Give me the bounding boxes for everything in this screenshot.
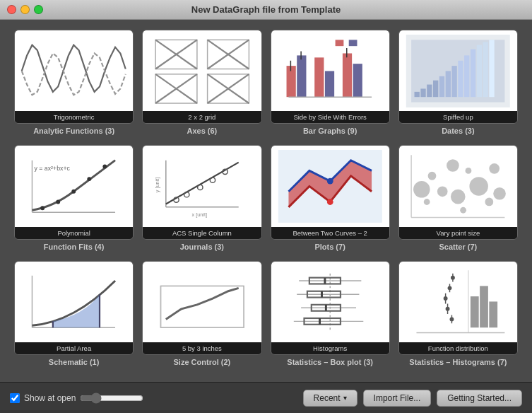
minimize-button[interactable]	[20, 5, 30, 14]
template-group-trigonometric: Trigonometric Analytic Functions (3)	[10, 30, 138, 145]
svg-point-69	[451, 190, 466, 204]
preview-acs: x [unit] y [unit]	[143, 146, 261, 226]
svg-rect-29	[415, 92, 420, 97]
template-group-area: Partial Area Schematic (1)	[10, 261, 138, 376]
preview-size	[143, 262, 261, 342]
show-at-open-area: Show at open	[10, 392, 296, 404]
svg-rect-21	[343, 53, 352, 97]
card-label-spiffed: Spiffed up	[399, 111, 517, 123]
preview-scatter	[399, 146, 517, 226]
svg-text:y = ax²+bx+c: y = ax²+bx+c	[35, 165, 71, 172]
svg-rect-30	[420, 88, 425, 97]
category-label-trigonometric: Analytic Functions (3)	[14, 124, 134, 136]
svg-rect-15	[335, 40, 343, 46]
template-card-spiffed[interactable]: Spiffed up	[398, 30, 518, 124]
card-label-scatter: Vary point size	[399, 227, 517, 239]
template-card-size[interactable]: 5 by 3 inches	[142, 261, 261, 355]
svg-rect-20	[325, 71, 334, 97]
slider[interactable]	[80, 392, 143, 404]
card-label-poly: Polynomial	[15, 227, 133, 239]
category-label-scatter: Scatter (7)	[398, 240, 518, 252]
svg-rect-117	[489, 302, 497, 328]
window-controls[interactable]	[7, 5, 43, 14]
preview-area	[15, 262, 133, 342]
template-card-area[interactable]: Partial Area	[14, 261, 134, 355]
close-button[interactable]	[7, 5, 16, 14]
category-label-2x2grid: Axes (6)	[142, 124, 261, 136]
svg-point-75	[413, 181, 430, 198]
template-card-trigonometric[interactable]: Trigonometric	[14, 30, 134, 124]
svg-rect-38	[471, 49, 475, 97]
template-group-2x2grid: 2 x 2 grid Axes (6)	[138, 30, 266, 145]
preview-funcdist	[399, 262, 517, 342]
svg-point-70	[466, 168, 472, 174]
category-label-funcdist: Statistics – Histograms (7)	[398, 355, 518, 368]
category-label-spiffed: Dates (3)	[398, 124, 518, 136]
card-label-size: 5 by 3 inches	[143, 342, 261, 354]
template-card-acs[interactable]: x [unit] y [unit] ACS Single Column	[142, 145, 261, 239]
card-label-hist: Histograms	[271, 342, 389, 354]
svg-rect-16	[349, 40, 357, 46]
template-card-hist[interactable]: Histograms	[271, 261, 390, 355]
recent-label: Recent	[314, 393, 341, 403]
category-label-bar: Bar Graphs (9)	[271, 124, 390, 136]
preview-trigonometric	[15, 30, 133, 111]
category-label-hist: Statistics – Box plot (3)	[271, 355, 390, 368]
svg-point-67	[437, 186, 448, 197]
svg-point-76	[460, 207, 466, 214]
category-label-acs: Journals (3)	[142, 240, 261, 252]
svg-point-64	[327, 178, 333, 185]
category-label-poly: Function Fits (4)	[14, 240, 134, 252]
template-group-curves: Between Two Curves – 2 Plots (7)	[266, 145, 394, 260]
svg-point-73	[447, 159, 459, 172]
svg-point-48	[88, 177, 92, 181]
template-card-bar[interactable]: Side by Side With Errors	[271, 30, 390, 124]
show-at-open-checkbox[interactable]	[10, 393, 20, 403]
template-card-scatter[interactable]: Vary point size	[398, 145, 518, 239]
svg-rect-41	[489, 40, 494, 97]
template-card-funcdist[interactable]: Function distribution	[398, 261, 518, 355]
template-grid: Trigonometric Analytic Functions (3)	[10, 30, 522, 376]
card-label-acs: ACS Single Column	[143, 227, 261, 239]
card-label-funcdist: Function distribution	[399, 342, 517, 354]
show-at-open-label[interactable]: Show at open	[24, 393, 76, 403]
svg-rect-35	[452, 66, 457, 97]
svg-point-74	[489, 163, 500, 174]
template-card-2x2grid[interactable]: 2 x 2 grid	[142, 30, 261, 124]
main-content: Trigonometric Analytic Functions (3)	[0, 20, 532, 382]
preview-poly: y = ax²+bx+c	[15, 146, 133, 226]
card-label-bar: Side by Side With Errors	[271, 111, 389, 123]
svg-rect-89	[278, 265, 382, 338]
preview-bar	[271, 30, 389, 111]
preview-2x2grid	[143, 30, 261, 111]
svg-rect-22	[353, 64, 362, 97]
preview-hist	[271, 262, 389, 342]
preview-spiffed	[399, 30, 517, 111]
card-label-trigonometric: Trigonometric	[15, 111, 133, 123]
svg-point-72	[485, 198, 494, 206]
getting-started-button[interactable]: Getting Started...	[437, 390, 522, 407]
template-group-funcdist: Function distribution Statistics – Histo…	[394, 261, 522, 376]
category-label-area: Schematic (1)	[14, 355, 134, 368]
svg-rect-40	[483, 42, 488, 97]
category-label-curves: Plots (7)	[271, 240, 390, 252]
svg-rect-37	[464, 55, 469, 97]
svg-point-45	[41, 206, 45, 210]
maximize-button[interactable]	[34, 5, 43, 14]
template-group-scatter: Vary point size Scatter (7)	[394, 145, 522, 260]
bottom-bar: Show at open Recent ▾ Import File... Get…	[0, 382, 532, 413]
template-group-poly: y = ax²+bx+c Polynomial Function Fits (4…	[10, 145, 138, 260]
svg-rect-33	[439, 76, 444, 97]
template-card-poly[interactable]: y = ax²+bx+c Polynomial	[14, 145, 134, 239]
svg-text:y [unit]: y [unit]	[153, 178, 160, 193]
card-label-curves: Between Two Curves – 2	[271, 227, 389, 239]
template-group-acs: x [unit] y [unit] ACS Single Column Jour…	[138, 145, 266, 260]
svg-point-63	[327, 199, 333, 205]
preview-curves	[271, 146, 389, 226]
import-file-button[interactable]: Import File...	[363, 390, 432, 407]
dropdown-arrow-icon: ▾	[343, 394, 347, 402]
card-label-2x2grid: 2 x 2 grid	[143, 111, 261, 123]
recent-button[interactable]: Recent ▾	[303, 390, 357, 407]
template-card-curves[interactable]: Between Two Curves – 2	[271, 145, 390, 239]
svg-point-77	[493, 187, 506, 200]
